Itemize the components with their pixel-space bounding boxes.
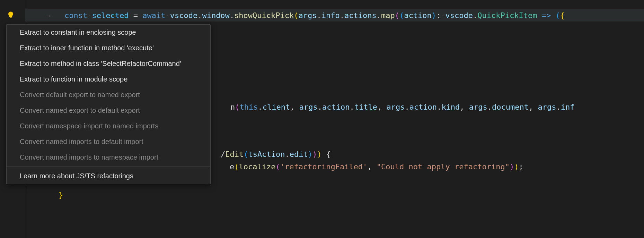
tok-prop: info (321, 11, 340, 20)
code-action-item[interactable]: Extract to inner function in method 'exe… (7, 40, 210, 56)
tok-var: tsAction (248, 150, 285, 159)
lightbulb-icon[interactable] (6, 10, 15, 19)
code-action-item-disabled: Convert named export to default export (7, 103, 210, 118)
code-action-label: Convert named export to default export (20, 107, 140, 114)
tok-variable: selected (92, 11, 129, 20)
tok-string: 'refactoringFailed' (280, 162, 368, 171)
tok-arrow: => (537, 11, 555, 20)
tok-var: args (538, 103, 556, 111)
tok-var: args (299, 103, 318, 111)
tok-var: action (404, 11, 431, 20)
tok-prop: kind (441, 103, 460, 111)
tok-prop: action (409, 103, 437, 111)
tok-fn: showQuickPick (234, 11, 294, 20)
code-action-label: Convert named imports to default import (20, 138, 143, 145)
code-action-item-disabled: Convert default export to named export (7, 87, 210, 103)
tok-fn: map (381, 11, 395, 20)
tok-var: args (469, 103, 487, 111)
tok-var: args (386, 103, 405, 111)
tok-brace: } (59, 191, 63, 199)
tok-fn: Edit (225, 150, 244, 159)
tok-keyword: this (239, 103, 258, 111)
code-action-label: Convert named imports to namespace impor… (20, 153, 158, 161)
code-action-item-disabled: Convert namespace import to named import… (7, 118, 210, 134)
tok-prop: client (263, 103, 290, 111)
tok-prop: inf (561, 103, 575, 111)
tok-type: QuickPickItem (477, 11, 537, 20)
code-action-label: Extract to constant in enclosing scope (20, 28, 136, 36)
tok-prop: window (202, 11, 229, 20)
code-line[interactable]: → const·selected = await·vscode.window.s… (25, 9, 644, 22)
code-action-learn-more[interactable]: Learn more about JS/TS refactorings (7, 168, 210, 184)
code-action-item-disabled: Convert named imports to namespace impor… (7, 150, 210, 165)
tok-ns: vscode (170, 11, 197, 20)
learn-more-label: Learn more about JS/TS refactorings (20, 172, 133, 180)
code-action-label: Extract to inner function in method 'exe… (20, 44, 154, 52)
indent-arrow-icon: → (46, 11, 64, 20)
code-line[interactable]: } (25, 189, 644, 201)
code-action-label: Convert namespace import to named import… (20, 122, 158, 130)
code-actions-menu: Extract to constant in enclosing scope E… (6, 24, 211, 184)
tok-keyword: await (142, 11, 165, 20)
svg-rect-0 (10, 17, 12, 18)
code-action-label: Convert default export to named export (20, 91, 140, 99)
tok-keyword: const (64, 11, 87, 20)
tok-prop: title (354, 103, 377, 111)
tok-var: args (299, 11, 317, 20)
code-action-item[interactable]: Extract to constant in enclosing scope (7, 25, 210, 40)
code-action-item[interactable]: Extract to method in class 'SelectRefact… (7, 56, 210, 71)
tok-prop: action (322, 103, 350, 111)
menu-separator (7, 167, 210, 167)
tok-ns: vscode (445, 11, 473, 20)
code-action-label: Extract to method in class 'SelectRefact… (20, 60, 181, 67)
tok-prop: edit (290, 150, 308, 159)
tok-op: = (129, 11, 142, 20)
tok-fn: localize (239, 162, 275, 171)
code-action-item-disabled: Convert named imports to default import (7, 134, 210, 150)
tok-prop: document (492, 103, 529, 111)
code-action-label: Extract to function in module scope (20, 75, 127, 83)
tok-prop: actions (344, 11, 377, 20)
code-action-item[interactable]: Extract to function in module scope (7, 71, 210, 87)
tok-string: "Could not apply refactoring" (377, 162, 510, 171)
